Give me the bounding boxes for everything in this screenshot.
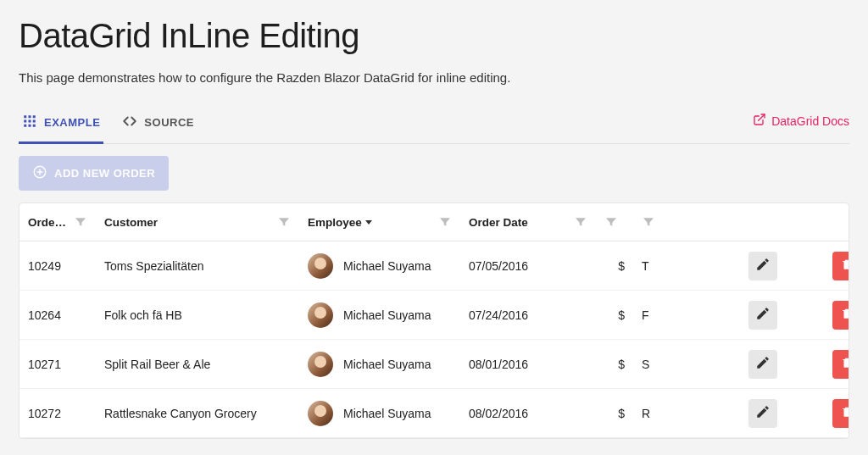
col-header-order-date[interactable]: Order Date: [460, 203, 596, 241]
svg-rect-6: [24, 125, 26, 127]
tab-source[interactable]: Source: [119, 105, 198, 144]
col-header-order-label: Order…: [28, 216, 70, 229]
filter-icon[interactable]: [574, 215, 587, 229]
col-header-empty: [670, 203, 708, 241]
cell-delete: [818, 340, 849, 389]
cell-currency: $: [596, 241, 633, 291]
filter-icon[interactable]: [277, 215, 291, 229]
tab-example[interactable]: Example: [19, 105, 103, 144]
cell-customer: Rattlesnake Canyon Grocery: [96, 389, 299, 438]
cell-edit: [708, 389, 818, 438]
cell-order-id: 10271: [19, 340, 96, 389]
edit-button[interactable]: [748, 399, 777, 428]
svg-rect-2: [33, 115, 36, 118]
docs-link[interactable]: DataGrid Docs: [753, 113, 849, 136]
cell-order-id: 10249: [19, 241, 96, 291]
col-header-filter[interactable]: [596, 203, 633, 241]
employee-name: Michael Suyama: [343, 407, 431, 420]
col-header-order[interactable]: Order…: [19, 203, 96, 241]
svg-rect-3: [24, 120, 26, 123]
filter-icon[interactable]: [74, 215, 87, 229]
cell-delete: [818, 291, 849, 340]
svg-rect-7: [29, 125, 31, 127]
cell-order-id: 10272: [19, 389, 96, 438]
external-link-icon: [753, 113, 766, 129]
trash-icon: [841, 258, 849, 273]
filter-icon[interactable]: [604, 215, 625, 229]
employee-name: Michael Suyama: [343, 308, 431, 322]
cell-employee: Michael Suyama: [299, 389, 460, 438]
cell-customer: Split Rail Beer & Ale: [96, 340, 299, 389]
tabs-row: Example Source DataGrid Docs: [19, 105, 849, 144]
cell-order-date: 07/05/2016: [460, 241, 596, 291]
avatar: [308, 352, 333, 377]
table-row: 10271Split Rail Beer & AleMichael Suyama…: [19, 340, 849, 389]
trash-icon: [841, 357, 849, 371]
cell-currency: $: [596, 340, 633, 389]
code-icon: [122, 114, 137, 131]
pencil-icon: [755, 306, 771, 324]
employee-name: Michael Suyama: [343, 259, 431, 273]
cell-ship: F: [633, 291, 670, 340]
col-header-employee-label: Employee: [308, 216, 372, 229]
col-header-employee[interactable]: Employee: [299, 203, 460, 241]
cell-edit: [708, 291, 818, 340]
cell-employee: Michael Suyama: [299, 291, 460, 340]
add-new-order-button[interactable]: Add New Order: [19, 156, 169, 191]
tab-source-label: Source: [144, 116, 194, 129]
edit-button[interactable]: [748, 350, 777, 379]
svg-line-9: [759, 114, 765, 120]
cell-order-date: 08/02/2016: [460, 389, 596, 438]
col-header-delete: [818, 203, 849, 241]
docs-link-label: DataGrid Docs: [771, 114, 849, 128]
cell-edit: [708, 340, 818, 389]
add-button-label: Add New Order: [54, 167, 155, 180]
table-row: 10272Rattlesnake Canyon GroceryMichael S…: [19, 389, 849, 438]
col-header-customer-label: Customer: [104, 216, 158, 229]
filter-icon[interactable]: [642, 215, 662, 229]
cell-order-id: 10264: [19, 291, 96, 340]
cell-ship: T: [633, 241, 670, 291]
header-row: Order… Customer Employee: [19, 203, 849, 241]
cell-employee: Michael Suyama: [299, 241, 460, 291]
avatar: [308, 401, 333, 426]
cell-order-date: 07/24/2016: [460, 291, 596, 340]
delete-button[interactable]: [832, 350, 849, 379]
col-header-edit: [708, 203, 818, 241]
plus-circle-icon: [32, 164, 47, 182]
pencil-icon: [755, 404, 771, 422]
employee-name: Michael Suyama: [343, 358, 431, 371]
cell-employee: Michael Suyama: [299, 340, 460, 389]
sort-desc-icon: [365, 220, 372, 225]
cell-empty: [670, 241, 708, 291]
trash-icon: [841, 406, 849, 420]
filter-icon[interactable]: [438, 215, 452, 229]
edit-button[interactable]: [748, 301, 777, 330]
delete-button[interactable]: [832, 301, 849, 330]
pencil-icon: [755, 257, 771, 275]
svg-rect-5: [33, 120, 36, 123]
col-header-filter[interactable]: [633, 203, 670, 241]
trash-icon: [841, 308, 849, 322]
delete-button[interactable]: [832, 252, 849, 280]
edit-button[interactable]: [748, 252, 777, 280]
cell-currency: $: [596, 389, 633, 438]
svg-rect-0: [24, 115, 26, 118]
cell-delete: [818, 241, 849, 291]
col-header-customer[interactable]: Customer: [96, 203, 299, 241]
cell-empty: [670, 389, 708, 438]
svg-rect-4: [29, 120, 31, 123]
tab-example-label: Example: [44, 116, 100, 129]
avatar: [308, 253, 333, 279]
table-row: 10249Toms SpezialitätenMichael Suyama07/…: [19, 241, 849, 291]
data-grid: Order… Customer Employee: [19, 203, 849, 439]
svg-rect-8: [33, 125, 36, 127]
col-header-date-label: Order Date: [469, 216, 528, 229]
delete-button[interactable]: [832, 399, 849, 428]
cell-empty: [670, 340, 708, 389]
tabs: Example Source: [19, 105, 198, 143]
avatar: [308, 302, 333, 328]
cell-delete: [818, 389, 849, 438]
cell-ship: S: [633, 340, 670, 389]
cell-ship: R: [633, 389, 670, 438]
